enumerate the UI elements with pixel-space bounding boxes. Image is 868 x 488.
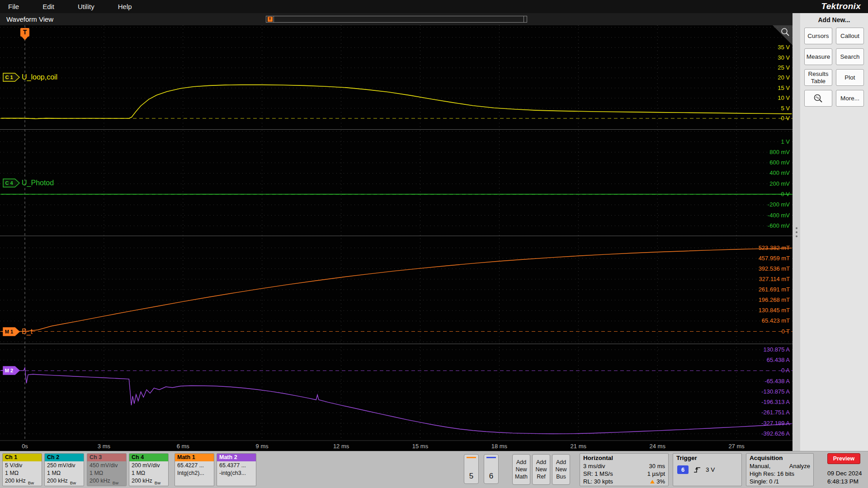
channel-setting-row: 5 V/div bbox=[5, 462, 39, 469]
sidebar-search-button[interactable]: Search bbox=[836, 48, 864, 65]
panel-row: Single: 0 /1 bbox=[746, 478, 813, 485]
add-new-math-button[interactable]: Add New Math bbox=[512, 454, 530, 485]
menu-utility[interactable]: Utility bbox=[78, 1, 94, 12]
channel-badge-body: 65.4227 ...Intg(ch2)... bbox=[175, 461, 214, 486]
svg-text:261.691 mT: 261.691 mT bbox=[759, 286, 790, 293]
channel-badge-ch4[interactable]: Ch 4200 mV/div1 MΩ200 kHzBw bbox=[129, 453, 169, 486]
svg-text:30 V: 30 V bbox=[778, 54, 790, 61]
tekscope-app: FileEditUtilityHelp Tektronix Waveform V… bbox=[0, 0, 868, 488]
add-new-ref-button[interactable]: Add New Ref bbox=[532, 454, 550, 485]
splitter-dot bbox=[796, 227, 797, 229]
sidebar-buttons: CursorsCalloutMeasureSearchResults Table… bbox=[800, 26, 868, 108]
svg-text:800 mV: 800 mV bbox=[769, 149, 790, 155]
bottom-settings-bar: Horizontal 3 ms/div30 msSR: 1 MS/s1 µs/p… bbox=[0, 451, 868, 488]
sidebar-cursors-button[interactable]: Cursors bbox=[804, 28, 832, 44]
channel-label-math1: B_t bbox=[22, 328, 33, 336]
channel-label-ch4: U_Photod bbox=[22, 179, 54, 187]
sidebar-callout-button[interactable]: Callout bbox=[836, 28, 864, 44]
sidebar-measure-button[interactable]: Measure bbox=[804, 48, 832, 65]
channel-label-ch1: U_loop,coil bbox=[22, 73, 57, 81]
channel-setting-row: -intg(ch3... bbox=[219, 469, 254, 477]
channel-setting-row: 200 mV/div bbox=[132, 462, 166, 469]
horizontal-pan-overview-bar[interactable]: T bbox=[266, 16, 527, 23]
sidebar-results-table-button[interactable]: Results Table bbox=[804, 69, 832, 86]
panel-row-right: 3% bbox=[650, 478, 665, 485]
channel-badge-header: Math 2 bbox=[217, 454, 256, 461]
channel-badge-ch3[interactable]: Ch 3450 mV/div1 MΩ200 kHzBw bbox=[87, 453, 127, 486]
channel-setting-row: Intg(ch2)... bbox=[177, 469, 212, 477]
channel-tag-math2[interactable]: M 2 bbox=[3, 366, 21, 377]
channel-badge-header: Ch 4 bbox=[129, 454, 168, 461]
panel-splitter[interactable] bbox=[793, 13, 800, 451]
panel-row-left: Manual, bbox=[750, 462, 770, 470]
svg-text:0 A: 0 A bbox=[781, 367, 790, 374]
datetime: 09 Dec 2024 6:48:13 PM bbox=[827, 469, 862, 486]
channel-color-stripe bbox=[467, 457, 476, 458]
svg-text:3 ms: 3 ms bbox=[98, 443, 111, 450]
channel-tag-math1[interactable]: M 1 bbox=[3, 327, 21, 338]
menu-file[interactable]: File bbox=[8, 1, 19, 12]
channel-tag-ch4[interactable]: C 4 bbox=[3, 178, 21, 189]
svg-text:65.423 mT: 65.423 mT bbox=[762, 317, 790, 324]
channel-setting-row: 200 kHzBw bbox=[5, 477, 39, 486]
splitter-dot bbox=[796, 231, 797, 233]
sidebar-more-button[interactable]: More... bbox=[836, 90, 864, 107]
channel-setting-row: 250 mV/div bbox=[47, 462, 81, 469]
channel-setting-row: 1 MΩ bbox=[5, 469, 39, 477]
acquisition-panel-title: Acquisition bbox=[746, 454, 813, 462]
magnifier-icon bbox=[813, 94, 823, 103]
time-label: 6:48:13 PM bbox=[827, 478, 862, 486]
channel-setting-row: 1 MΩ bbox=[132, 469, 166, 477]
svg-text:C 1: C 1 bbox=[5, 75, 13, 80]
plot-zoom-magnifier-icon[interactable] bbox=[780, 27, 790, 37]
date-label: 09 Dec 2024 bbox=[827, 469, 862, 478]
trigger-level: 3 V bbox=[706, 466, 715, 473]
sidebar-zoom-button[interactable] bbox=[804, 90, 832, 107]
panel-row: SR: 1 MS/s1 µs/pt bbox=[580, 470, 668, 478]
svg-text:-261.751 A: -261.751 A bbox=[761, 409, 790, 416]
svg-text:-65.438 A: -65.438 A bbox=[764, 378, 790, 385]
channel-setting-row: 200 kHzBw bbox=[90, 477, 124, 486]
waveform-plot[interactable]: 35 V30 V25 V20 V15 V10 V5 V0 V1 V800 mV6… bbox=[0, 25, 793, 451]
channel-setting-row: 65.4227 ... bbox=[177, 462, 212, 469]
channel-6-button[interactable]: 6 bbox=[484, 454, 499, 484]
channel-5-button[interactable]: 5 bbox=[464, 454, 479, 484]
acquisition-panel[interactable]: Acquisition Manual,AnalyzeHigh Res: 16 b… bbox=[746, 453, 814, 486]
svg-text:C 4: C 4 bbox=[5, 180, 13, 186]
trigger-panel[interactable]: Trigger 6 3 V bbox=[673, 453, 742, 486]
tektronix-logo: Tektronix bbox=[821, 1, 861, 11]
svg-text:-600 mV: -600 mV bbox=[768, 222, 790, 229]
overview-right-handle[interactable] bbox=[524, 16, 527, 22]
channel-badge-ch1[interactable]: Ch 15 V/div1 MΩ200 kHzBw bbox=[2, 453, 42, 486]
svg-text:130.875 A: 130.875 A bbox=[763, 346, 790, 353]
channel-badge-math2[interactable]: Math 265.4377 ...-intg(ch3... bbox=[217, 453, 256, 486]
trigger-position-flag[interactable]: T bbox=[20, 28, 29, 40]
zoom-percent-icon bbox=[650, 480, 655, 483]
menu-help[interactable]: Help bbox=[118, 1, 132, 12]
channel-badge-math1[interactable]: Math 165.4227 ...Intg(ch2)... bbox=[175, 453, 214, 486]
horizontal-panel[interactable]: Horizontal 3 ms/div30 msSR: 1 MS/s1 µs/p… bbox=[580, 453, 669, 486]
svg-text:196.268 mT: 196.268 mT bbox=[759, 296, 790, 303]
channel-badge-body: 200 mV/div1 MΩ200 kHzBw bbox=[129, 461, 168, 486]
sidebar-plot-button[interactable]: Plot bbox=[836, 69, 864, 86]
channel-badge-ch2[interactable]: Ch 2250 mV/div1 MΩ200 kHzBw bbox=[44, 453, 84, 486]
bandwidth-limit-indicator: Bw bbox=[155, 480, 160, 485]
svg-text:6 ms: 6 ms bbox=[177, 443, 190, 450]
trigger-flag-icon[interactable]: T bbox=[20, 28, 29, 37]
panel-row-left: 3 ms/div bbox=[583, 462, 605, 470]
trigger-panel-title: Trigger bbox=[673, 454, 741, 462]
channel-tag-ch1[interactable]: C 1 bbox=[3, 73, 21, 84]
panel-row-right: Analyze bbox=[789, 462, 810, 470]
channel-badge-body: 5 V/div1 MΩ200 kHzBw bbox=[3, 461, 42, 486]
trigger-source-badge[interactable]: 6 bbox=[677, 465, 689, 474]
waveform-grid-and-traces: 35 V30 V25 V20 V15 V10 V5 V0 V1 V800 mV6… bbox=[0, 25, 793, 451]
menu-edit[interactable]: Edit bbox=[42, 1, 54, 12]
add-new-bus-button[interactable]: Add New Bus bbox=[552, 454, 570, 485]
svg-text:24 ms: 24 ms bbox=[649, 443, 665, 450]
overview-left-handle[interactable]: T bbox=[266, 16, 274, 22]
channel-badge-body: 250 mV/div1 MΩ200 kHzBw bbox=[45, 461, 84, 486]
preview-button[interactable]: Preview bbox=[827, 453, 860, 464]
svg-text:600 mV: 600 mV bbox=[769, 159, 790, 166]
overview-trigger-marker[interactable]: T bbox=[268, 17, 273, 22]
channel-badge-header: Ch 3 bbox=[87, 454, 126, 461]
